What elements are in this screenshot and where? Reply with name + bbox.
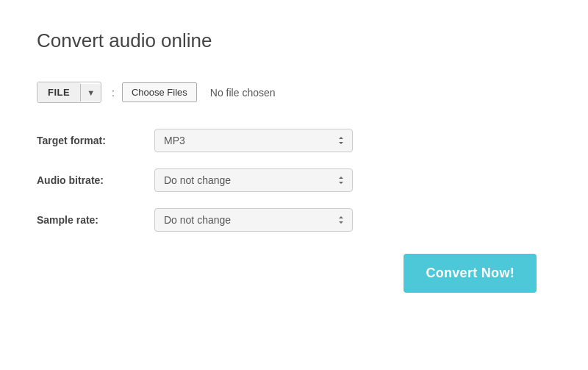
sample-rate-label: Sample rate: <box>37 214 154 226</box>
file-row: FILE ▼ : Choose Files No file chosen <box>37 82 551 103</box>
convert-button-row: Convert Now! <box>37 254 551 293</box>
main-container: Convert audio online FILE ▼ : Choose Fil… <box>0 0 588 322</box>
file-button-group: FILE ▼ <box>37 82 101 103</box>
file-colon: : <box>112 87 115 99</box>
file-dropdown-arrow[interactable]: ▼ <box>80 84 101 102</box>
file-main-button[interactable]: FILE <box>37 82 80 102</box>
sample-rate-select[interactable]: Do not change <box>154 208 353 232</box>
audio-bitrate-row: Audio bitrate: Do not change <box>37 168 551 192</box>
audio-bitrate-label: Audio bitrate: <box>37 174 154 186</box>
target-format-select[interactable]: MP3 <box>154 129 353 152</box>
no-file-text: No file chosen <box>210 87 276 99</box>
page-title: Convert audio online <box>37 29 551 52</box>
choose-files-button[interactable]: Choose Files <box>122 82 197 102</box>
sample-rate-row: Sample rate: Do not change <box>37 208 551 232</box>
target-format-row: Target format: MP3 <box>37 129 551 152</box>
audio-bitrate-select[interactable]: Do not change <box>154 168 353 192</box>
target-format-label: Target format: <box>37 135 154 146</box>
convert-now-button[interactable]: Convert Now! <box>404 254 537 293</box>
